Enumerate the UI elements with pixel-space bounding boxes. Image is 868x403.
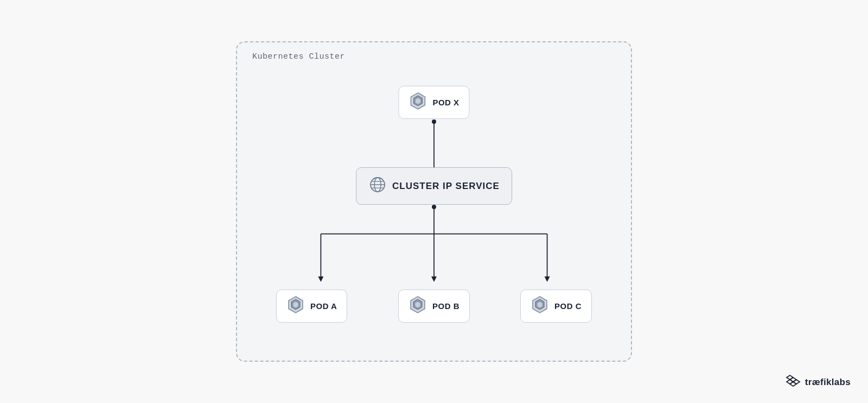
cluster-label: Kubernetes Cluster [252, 52, 345, 61]
svg-marker-22 [293, 301, 298, 308]
traefik-logo: træfiklabs [786, 374, 851, 390]
cluster-ip-service-node: CLUSTER IP SERVICE [356, 167, 512, 205]
svg-marker-28 [537, 301, 542, 308]
svg-point-1 [432, 119, 436, 124]
pod-b-label: POD B [432, 301, 459, 311]
svg-marker-9 [431, 276, 437, 282]
service-icon [368, 175, 387, 197]
service-label: CLUSTER IP SERVICE [392, 181, 500, 192]
svg-marker-25 [415, 301, 420, 308]
traefik-brand-name: træfiklabs [805, 377, 851, 388]
pod-x-label: POD X [432, 98, 459, 107]
pod-c-icon [531, 295, 549, 317]
pod-a-node: POD A [276, 289, 347, 323]
pod-b-node: POD B [398, 289, 470, 323]
pod-a-icon [286, 295, 305, 317]
svg-point-3 [432, 205, 436, 209]
pod-x-icon [409, 92, 427, 113]
traefik-logo-icon [786, 374, 801, 390]
pod-c-node: POD C [520, 289, 592, 323]
kubernetes-cluster-container: Kubernetes Cluster [236, 41, 632, 362]
pod-a-label: POD A [310, 301, 337, 311]
pod-b-icon [409, 295, 427, 317]
pod-x-node: POD X [398, 86, 469, 119]
svg-marker-11 [545, 276, 550, 282]
pod-c-label: POD C [554, 301, 582, 311]
diagram-wrapper: Kubernetes Cluster [236, 41, 632, 362]
svg-marker-7 [318, 276, 323, 282]
svg-marker-14 [415, 98, 420, 104]
